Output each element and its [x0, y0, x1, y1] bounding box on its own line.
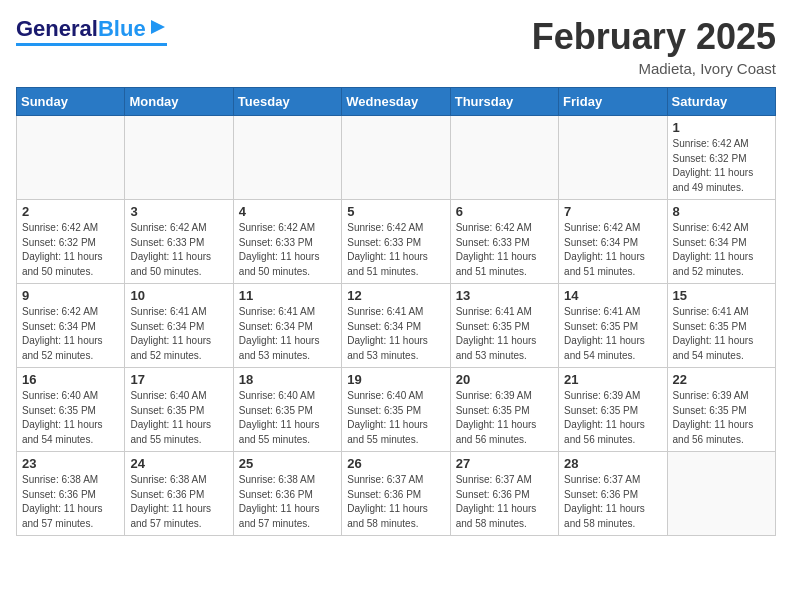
day-number: 11	[239, 288, 336, 303]
day-info: Sunrise: 6:40 AM Sunset: 6:35 PM Dayligh…	[22, 389, 119, 447]
table-row: 12Sunrise: 6:41 AM Sunset: 6:34 PM Dayli…	[342, 284, 450, 368]
day-info: Sunrise: 6:38 AM Sunset: 6:36 PM Dayligh…	[22, 473, 119, 531]
table-row	[667, 452, 775, 536]
calendar-week-row: 16Sunrise: 6:40 AM Sunset: 6:35 PM Dayli…	[17, 368, 776, 452]
calendar-week-row: 2Sunrise: 6:42 AM Sunset: 6:32 PM Daylig…	[17, 200, 776, 284]
table-row: 5Sunrise: 6:42 AM Sunset: 6:33 PM Daylig…	[342, 200, 450, 284]
day-info: Sunrise: 6:40 AM Sunset: 6:35 PM Dayligh…	[130, 389, 227, 447]
day-info: Sunrise: 6:42 AM Sunset: 6:34 PM Dayligh…	[564, 221, 661, 279]
table-row: 2Sunrise: 6:42 AM Sunset: 6:32 PM Daylig…	[17, 200, 125, 284]
table-row: 20Sunrise: 6:39 AM Sunset: 6:35 PM Dayli…	[450, 368, 558, 452]
day-info: Sunrise: 6:41 AM Sunset: 6:34 PM Dayligh…	[239, 305, 336, 363]
table-row: 7Sunrise: 6:42 AM Sunset: 6:34 PM Daylig…	[559, 200, 667, 284]
day-info: Sunrise: 6:41 AM Sunset: 6:35 PM Dayligh…	[564, 305, 661, 363]
logo-blue-text: Blue	[98, 18, 146, 40]
day-info: Sunrise: 6:42 AM Sunset: 6:34 PM Dayligh…	[22, 305, 119, 363]
table-row: 17Sunrise: 6:40 AM Sunset: 6:35 PM Dayli…	[125, 368, 233, 452]
page: General Blue February 2025 Madieta, Ivor…	[0, 0, 792, 546]
day-info: Sunrise: 6:37 AM Sunset: 6:36 PM Dayligh…	[347, 473, 444, 531]
table-row: 24Sunrise: 6:38 AM Sunset: 6:36 PM Dayli…	[125, 452, 233, 536]
location: Madieta, Ivory Coast	[532, 60, 776, 77]
table-row: 23Sunrise: 6:38 AM Sunset: 6:36 PM Dayli…	[17, 452, 125, 536]
table-row: 22Sunrise: 6:39 AM Sunset: 6:35 PM Dayli…	[667, 368, 775, 452]
header: General Blue February 2025 Madieta, Ivor…	[16, 16, 776, 77]
day-number: 14	[564, 288, 661, 303]
day-info: Sunrise: 6:42 AM Sunset: 6:33 PM Dayligh…	[130, 221, 227, 279]
day-info: Sunrise: 6:39 AM Sunset: 6:35 PM Dayligh…	[456, 389, 553, 447]
table-row	[125, 116, 233, 200]
calendar-table: Sunday Monday Tuesday Wednesday Thursday…	[16, 87, 776, 536]
header-tuesday: Tuesday	[233, 88, 341, 116]
day-number: 22	[673, 372, 770, 387]
header-thursday: Thursday	[450, 88, 558, 116]
day-number: 25	[239, 456, 336, 471]
header-sunday: Sunday	[17, 88, 125, 116]
title-block: February 2025 Madieta, Ivory Coast	[532, 16, 776, 77]
table-row: 1Sunrise: 6:42 AM Sunset: 6:32 PM Daylig…	[667, 116, 775, 200]
table-row: 10Sunrise: 6:41 AM Sunset: 6:34 PM Dayli…	[125, 284, 233, 368]
table-row: 16Sunrise: 6:40 AM Sunset: 6:35 PM Dayli…	[17, 368, 125, 452]
table-row: 3Sunrise: 6:42 AM Sunset: 6:33 PM Daylig…	[125, 200, 233, 284]
header-wednesday: Wednesday	[342, 88, 450, 116]
day-info: Sunrise: 6:42 AM Sunset: 6:34 PM Dayligh…	[673, 221, 770, 279]
day-number: 10	[130, 288, 227, 303]
table-row: 25Sunrise: 6:38 AM Sunset: 6:36 PM Dayli…	[233, 452, 341, 536]
day-info: Sunrise: 6:42 AM Sunset: 6:33 PM Dayligh…	[239, 221, 336, 279]
table-row: 19Sunrise: 6:40 AM Sunset: 6:35 PM Dayli…	[342, 368, 450, 452]
table-row	[450, 116, 558, 200]
day-number: 3	[130, 204, 227, 219]
day-info: Sunrise: 6:38 AM Sunset: 6:36 PM Dayligh…	[130, 473, 227, 531]
day-number: 18	[239, 372, 336, 387]
table-row	[233, 116, 341, 200]
table-row: 9Sunrise: 6:42 AM Sunset: 6:34 PM Daylig…	[17, 284, 125, 368]
day-info: Sunrise: 6:37 AM Sunset: 6:36 PM Dayligh…	[456, 473, 553, 531]
day-info: Sunrise: 6:42 AM Sunset: 6:32 PM Dayligh…	[673, 137, 770, 195]
table-row: 14Sunrise: 6:41 AM Sunset: 6:35 PM Dayli…	[559, 284, 667, 368]
day-info: Sunrise: 6:41 AM Sunset: 6:34 PM Dayligh…	[347, 305, 444, 363]
day-number: 12	[347, 288, 444, 303]
calendar-header-row: Sunday Monday Tuesday Wednesday Thursday…	[17, 88, 776, 116]
day-number: 23	[22, 456, 119, 471]
table-row	[342, 116, 450, 200]
day-number: 7	[564, 204, 661, 219]
table-row: 26Sunrise: 6:37 AM Sunset: 6:36 PM Dayli…	[342, 452, 450, 536]
day-number: 20	[456, 372, 553, 387]
day-info: Sunrise: 6:39 AM Sunset: 6:35 PM Dayligh…	[673, 389, 770, 447]
day-info: Sunrise: 6:42 AM Sunset: 6:33 PM Dayligh…	[456, 221, 553, 279]
table-row: 6Sunrise: 6:42 AM Sunset: 6:33 PM Daylig…	[450, 200, 558, 284]
day-number: 24	[130, 456, 227, 471]
day-number: 8	[673, 204, 770, 219]
header-saturday: Saturday	[667, 88, 775, 116]
day-number: 21	[564, 372, 661, 387]
day-info: Sunrise: 6:39 AM Sunset: 6:35 PM Dayligh…	[564, 389, 661, 447]
table-row: 15Sunrise: 6:41 AM Sunset: 6:35 PM Dayli…	[667, 284, 775, 368]
logo-general-text: General	[16, 16, 98, 42]
month-title: February 2025	[532, 16, 776, 58]
day-info: Sunrise: 6:38 AM Sunset: 6:36 PM Dayligh…	[239, 473, 336, 531]
day-info: Sunrise: 6:40 AM Sunset: 6:35 PM Dayligh…	[347, 389, 444, 447]
calendar-week-row: 9Sunrise: 6:42 AM Sunset: 6:34 PM Daylig…	[17, 284, 776, 368]
day-info: Sunrise: 6:37 AM Sunset: 6:36 PM Dayligh…	[564, 473, 661, 531]
table-row: 4Sunrise: 6:42 AM Sunset: 6:33 PM Daylig…	[233, 200, 341, 284]
calendar-week-row: 1Sunrise: 6:42 AM Sunset: 6:32 PM Daylig…	[17, 116, 776, 200]
table-row: 13Sunrise: 6:41 AM Sunset: 6:35 PM Dayli…	[450, 284, 558, 368]
day-number: 17	[130, 372, 227, 387]
day-number: 5	[347, 204, 444, 219]
day-info: Sunrise: 6:42 AM Sunset: 6:33 PM Dayligh…	[347, 221, 444, 279]
calendar-week-row: 23Sunrise: 6:38 AM Sunset: 6:36 PM Dayli…	[17, 452, 776, 536]
table-row	[17, 116, 125, 200]
day-number: 16	[22, 372, 119, 387]
header-friday: Friday	[559, 88, 667, 116]
day-info: Sunrise: 6:42 AM Sunset: 6:32 PM Dayligh…	[22, 221, 119, 279]
logo: General Blue	[16, 16, 167, 46]
table-row: 18Sunrise: 6:40 AM Sunset: 6:35 PM Dayli…	[233, 368, 341, 452]
logo-arrow-icon	[149, 18, 167, 36]
day-info: Sunrise: 6:41 AM Sunset: 6:35 PM Dayligh…	[673, 305, 770, 363]
day-number: 15	[673, 288, 770, 303]
table-row: 8Sunrise: 6:42 AM Sunset: 6:34 PM Daylig…	[667, 200, 775, 284]
table-row: 11Sunrise: 6:41 AM Sunset: 6:34 PM Dayli…	[233, 284, 341, 368]
header-monday: Monday	[125, 88, 233, 116]
day-info: Sunrise: 6:41 AM Sunset: 6:35 PM Dayligh…	[456, 305, 553, 363]
day-number: 13	[456, 288, 553, 303]
svg-marker-0	[151, 20, 165, 34]
